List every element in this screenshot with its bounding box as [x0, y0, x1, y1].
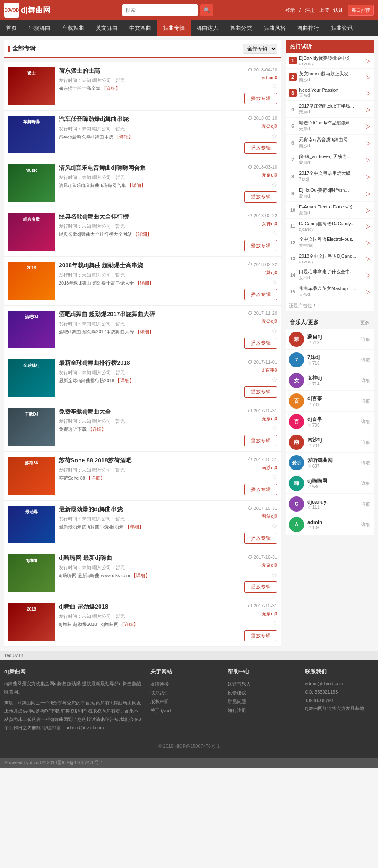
song-title[interactable]: DjHaiOu-美荷dj时尚sh... [299, 187, 363, 193]
album-title[interactable]: dj嗨嗨网 最新dj嗨曲 [59, 554, 231, 562]
nav-item-category[interactable]: 舞曲分类 [224, 20, 258, 36]
song-title[interactable]: Need Your Passion [299, 87, 363, 92]
star-icon[interactable]: ☆ [271, 425, 277, 433]
footer-link-about[interactable]: 关于djvod [150, 706, 219, 715]
login-link[interactable]: 登录 [285, 7, 295, 14]
musician-detail-link[interactable]: 详细 [361, 501, 370, 507]
play-album-button[interactable]: 播放专辑 [244, 484, 277, 495]
musician-detail-link[interactable]: 详细 [361, 439, 370, 446]
play-icon[interactable]: ▷ [366, 207, 370, 214]
nav-item-rank[interactable]: 舞曲排行 [291, 20, 325, 36]
song-title[interactable]: 英文house越南鼓上头发... [299, 71, 363, 77]
daily-recommend-button[interactable]: 每日推荐 [348, 5, 374, 16]
star-icon[interactable]: ☆ [271, 82, 277, 90]
song-title[interactable]: 口是心非拿走了什么全中... [299, 269, 363, 275]
star-icon[interactable]: ☆ [271, 278, 277, 286]
search-button[interactable]: 🔍 [200, 4, 213, 16]
album-title[interactable]: 最新全球dj舞曲排行榜2018 [59, 359, 231, 367]
musician-name[interactable]: 爱听舞曲网 [307, 457, 358, 464]
musicians-more-link[interactable]: 更多 [360, 319, 370, 326]
star-icon[interactable]: ☆ [271, 620, 277, 628]
play-album-button[interactable]: 播放专辑 [244, 289, 277, 300]
section-select[interactable]: 全部专辑 [243, 44, 277, 54]
detail-link[interactable]: 【详细】 [102, 86, 120, 91]
play-icon[interactable]: ▷ [366, 272, 370, 278]
play-icon[interactable]: ▷ [366, 74, 370, 80]
nav-item-car[interactable]: 车载舞曲 [56, 20, 90, 36]
play-album-button[interactable]: 播放专辑 [244, 386, 277, 398]
search-input[interactable] [122, 4, 198, 16]
play-icon[interactable]: ▷ [366, 57, 370, 64]
song-title[interactable]: 2017全中文粤语串烧大碟 [299, 170, 363, 177]
play-album-button[interactable]: 播放专辑 [244, 435, 277, 446]
play-album-button[interactable]: 播放专辑 [244, 581, 277, 593]
footer-link-certify[interactable]: 认证音乐人 [228, 680, 297, 689]
play-icon[interactable]: ▷ [366, 173, 370, 180]
musician-name[interactable]: dj百事 [307, 416, 358, 423]
play-album-button[interactable]: 播放专辑 [244, 630, 277, 641]
musician-detail-link[interactable]: 详细 [361, 398, 370, 404]
footer-link-feedback[interactable]: 反馈建议 [228, 689, 297, 697]
nav-item-serial[interactable]: 串烧舞曲 [23, 20, 56, 36]
musician-detail-link[interactable]: 详细 [361, 522, 370, 528]
musician-detail-link[interactable]: 详细 [361, 336, 370, 343]
play-icon[interactable]: ▷ [366, 190, 370, 197]
detail-link[interactable]: 【详细】 [88, 427, 106, 432]
play-album-button[interactable]: 播放专辑 [244, 338, 277, 349]
song-title[interactable]: 2017皇庄酒吧club下半场... [299, 103, 363, 109]
nav-item-album[interactable]: 舞曲专辑 [157, 20, 191, 36]
detail-link[interactable]: 【详细】 [131, 573, 150, 578]
play-album-button[interactable]: 播放专辑 [244, 93, 277, 104]
song-title[interactable]: 全中文国粤语ElectroHous... [299, 236, 363, 243]
musician-name[interactable]: admin [307, 520, 358, 525]
footer-link-contact[interactable]: 联系我们 [150, 689, 219, 697]
musician-detail-link[interactable]: 详细 [361, 480, 370, 487]
musician-detail-link[interactable]: 详细 [361, 377, 370, 384]
footer-link-copyright[interactable]: 版权声明 [150, 697, 219, 706]
footer-link-friends[interactable]: 友情连接 [150, 680, 219, 689]
play-icon[interactable]: ▷ [366, 140, 370, 146]
nav-item-home[interactable]: 首页 [0, 20, 23, 36]
star-icon[interactable]: ☆ [271, 132, 277, 140]
play-album-button[interactable]: 播放专辑 [244, 191, 277, 203]
musician-name[interactable]: dj百事 [307, 395, 358, 402]
song-title[interactable]: DJCandy国粤语DJCandy... [299, 221, 363, 227]
nav-item-chinese[interactable]: 中文舞曲 [123, 20, 157, 36]
star-icon[interactable]: ☆ [271, 376, 277, 384]
song-title[interactable]: 2018全中文国粤语DjCand... [299, 253, 363, 259]
footer-link-faq[interactable]: 常见问题 [228, 697, 297, 706]
star-icon[interactable]: ☆ [271, 571, 277, 579]
musician-name[interactable]: 女神dj [307, 375, 358, 382]
musician-detail-link[interactable]: 详细 [361, 357, 370, 363]
play-icon[interactable]: ▷ [366, 90, 370, 96]
musician-name[interactable]: 南沙dj [307, 436, 358, 443]
nav-item-style[interactable]: 舞曲风格 [258, 20, 291, 36]
album-title[interactable]: dj舞曲 超劲爆2018 [59, 603, 231, 611]
song-title[interactable]: 精选DJCandy作品超强草... [299, 120, 363, 126]
star-icon[interactable]: ☆ [271, 327, 277, 335]
play-icon[interactable]: ▷ [366, 223, 370, 230]
verify-link[interactable]: 认证 [333, 7, 344, 14]
detail-link[interactable]: 【详细】 [115, 134, 133, 139]
musician-name[interactable]: djcandy [307, 499, 358, 505]
star-icon[interactable]: ☆ [271, 473, 277, 481]
upload-link[interactable]: 上传 [319, 7, 329, 14]
musician-name[interactable]: 7妹dj [307, 354, 358, 361]
album-title[interactable]: 免费车载dj舞曲大全 [59, 408, 231, 416]
nav-item-english[interactable]: 英文舞曲 [90, 20, 123, 36]
song-title[interactable]: 元宵南dj高音质dj舞曲网 [299, 137, 363, 143]
play-album-button[interactable]: 播放专辑 [244, 533, 277, 544]
play-icon[interactable]: ▷ [366, 288, 370, 295]
musician-detail-link[interactable]: 详细 [361, 460, 370, 466]
album-title[interactable]: 最新最劲爆的dj舞曲串烧 [59, 506, 231, 513]
musician-detail-link[interactable]: 详细 [361, 419, 370, 425]
detail-link[interactable]: 【详细】 [125, 524, 144, 529]
album-title[interactable]: 荷东猛士的士高 [59, 67, 231, 75]
play-album-button[interactable]: 播放专辑 [244, 142, 277, 154]
song-title[interactable]: [路疯_androver] 天籁之... [299, 153, 363, 160]
song-title[interactable]: DjCaNidy优美旋律金中文 [299, 55, 363, 61]
play-album-button[interactable]: 播放专辑 [244, 240, 277, 251]
song-title[interactable]: 带着车载金英文Mashup上... [299, 285, 363, 292]
detail-link[interactable]: 【详细】 [116, 378, 134, 383]
footer-link-register[interactable]: 如何注册 [228, 706, 297, 715]
